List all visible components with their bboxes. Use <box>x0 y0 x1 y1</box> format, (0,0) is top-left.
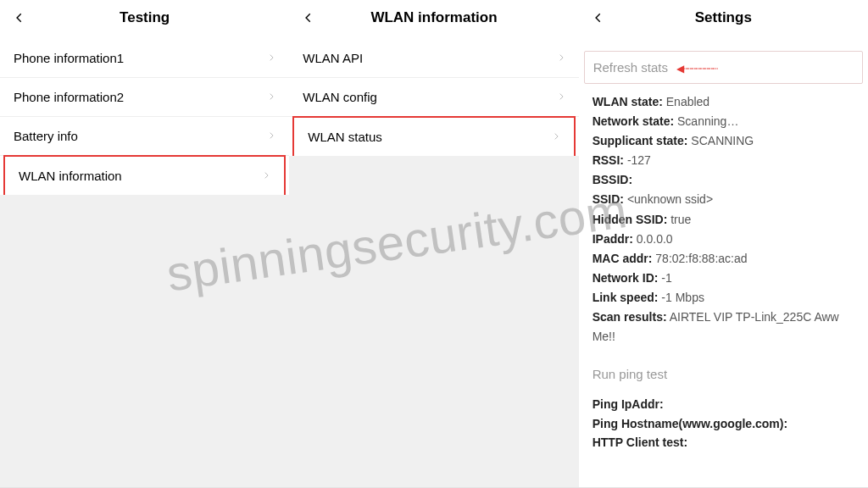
stats-value: true <box>667 213 691 226</box>
run-ping-label: Run ping test <box>593 367 667 381</box>
testing-list: Phone information1Phone information2Batt… <box>0 39 289 195</box>
chevron-right-icon <box>262 169 270 183</box>
list-item[interactable]: Phone information2 <box>0 78 289 117</box>
stats-row: Network state: Scanning… <box>593 112 854 131</box>
stats-label: WLAN state: <box>593 95 663 108</box>
stats-value: -1 Mbps <box>658 291 704 304</box>
list-item[interactable]: WLAN status <box>292 116 575 156</box>
chevron-right-icon <box>267 90 275 104</box>
stats-label: IPaddr: <box>593 232 633 246</box>
list-item[interactable]: Battery info <box>0 117 289 156</box>
stats-value: <unknown ssid> <box>624 192 713 206</box>
stats-row: WLAN state: Enabled <box>593 92 854 112</box>
chevron-right-icon <box>557 51 565 65</box>
stats-label: RSSI: <box>593 153 624 167</box>
ping-row: Ping Hostname(www.google.com): <box>593 414 854 433</box>
list-item[interactable]: WLAN API <box>289 39 578 78</box>
stats-value: 78:02:f8:88:ac:ad <box>652 252 747 265</box>
list-item[interactable]: Phone information1 <box>0 39 289 78</box>
stats-value: -127 <box>624 153 651 167</box>
list-item-label: WLAN API <box>303 51 363 65</box>
stats-label: Supplicant state: <box>593 134 688 147</box>
run-ping-link[interactable]: Run ping test <box>579 357 868 391</box>
wlan-list: WLAN APIWLAN configWLAN status <box>289 39 578 156</box>
list-item-label: WLAN config <box>303 90 377 104</box>
chevron-right-icon <box>267 129 275 143</box>
stats-label: BSSID: <box>593 173 632 186</box>
chevron-right-icon <box>557 90 565 104</box>
list-item-label: Battery info <box>14 129 78 143</box>
page-title: Settings <box>579 9 868 26</box>
stats-label: SSID: <box>593 192 624 206</box>
annotation-arrow-icon: ◀┈┈┈┈┈┈┈┈ <box>676 63 716 75</box>
stats-row: IPaddr: 0.0.0.0 <box>593 230 854 249</box>
header-testing: Testing <box>0 0 289 39</box>
list-item-label: Phone information1 <box>14 51 124 65</box>
stats-value: 0.0.0.0 <box>633 232 673 246</box>
header-settings: Settings <box>579 0 868 39</box>
list-item[interactable]: WLAN information <box>3 155 286 195</box>
stats-row: Supplicant state: SCANNING <box>593 131 854 151</box>
stats-value: -1 <box>658 271 671 285</box>
ping-row: Ping IpAddr: <box>593 395 854 413</box>
list-item-label: WLAN information <box>19 169 122 183</box>
panel-testing: Testing Phone information1Phone informat… <box>0 0 289 488</box>
chevron-right-icon <box>267 51 275 65</box>
list-item-label: WLAN status <box>308 130 382 144</box>
ping-results-block: Ping IpAddr:Ping Hostname(www.google.com… <box>579 391 868 458</box>
stats-label: Hidden SSID: <box>593 213 668 226</box>
stats-row: Scan results: AIRTEL VIP TP-Link_225C Aw… <box>593 308 854 347</box>
panel-wlan-info: WLAN information WLAN APIWLAN configWLAN… <box>289 0 578 488</box>
chevron-right-icon <box>552 130 560 144</box>
ping-row: HTTP Client test: <box>593 433 854 452</box>
page-title: Testing <box>0 9 289 26</box>
stats-value: Enabled <box>663 95 709 108</box>
stats-value: Scanning… <box>674 114 738 128</box>
stats-label: Network ID: <box>593 271 659 285</box>
back-icon[interactable] <box>589 8 608 27</box>
page-title: WLAN information <box>289 9 578 26</box>
stats-value: SCANNING <box>687 134 754 147</box>
stats-label: MAC addr: <box>593 252 653 265</box>
stats-label: Scan results: <box>593 310 667 324</box>
stats-row: MAC addr: 78:02:f8:88:ac:ad <box>593 249 854 269</box>
wlan-stats-block: WLAN state: EnabledNetwork state: Scanni… <box>579 89 868 357</box>
back-icon[interactable] <box>10 8 29 27</box>
stats-label: Network state: <box>593 114 674 128</box>
stats-row: BSSID: <box>593 170 854 190</box>
stats-row: RSSI: -127 <box>593 151 854 170</box>
stats-label: Link speed: <box>593 291 659 304</box>
list-item[interactable]: WLAN config <box>289 78 578 117</box>
stats-row: Hidden SSID: true <box>593 210 854 230</box>
header-wlan-info: WLAN information <box>289 0 578 39</box>
stats-row: SSID: <unknown ssid> <box>593 190 854 209</box>
refresh-stats-label: Refresh stats <box>593 60 668 75</box>
refresh-stats-link[interactable]: Refresh stats ◀┈┈┈┈┈┈┈┈ <box>584 51 863 84</box>
back-icon[interactable] <box>299 8 318 27</box>
list-item-label: Phone information2 <box>14 90 124 104</box>
stats-row: Network ID: -1 <box>593 269 854 288</box>
panel-settings: Settings Refresh stats ◀┈┈┈┈┈┈┈┈ WLAN st… <box>579 0 868 488</box>
stats-row: Link speed: -1 Mbps <box>593 288 854 308</box>
